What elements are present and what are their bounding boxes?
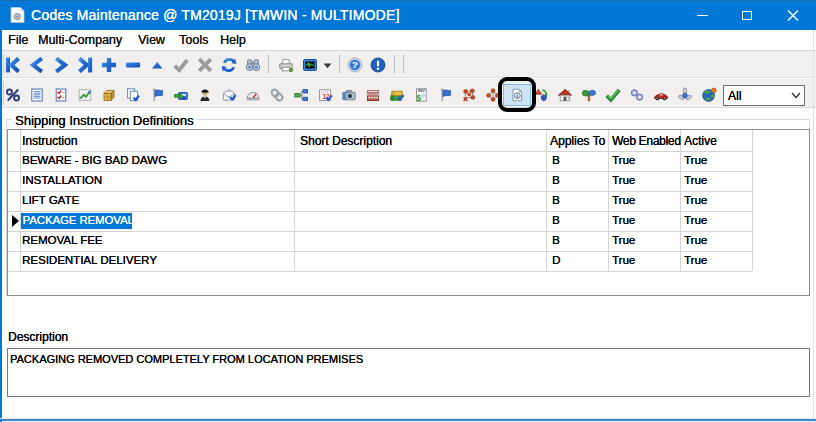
svg-text:$: $	[416, 93, 421, 103]
svg-text:?: ?	[352, 59, 358, 70]
